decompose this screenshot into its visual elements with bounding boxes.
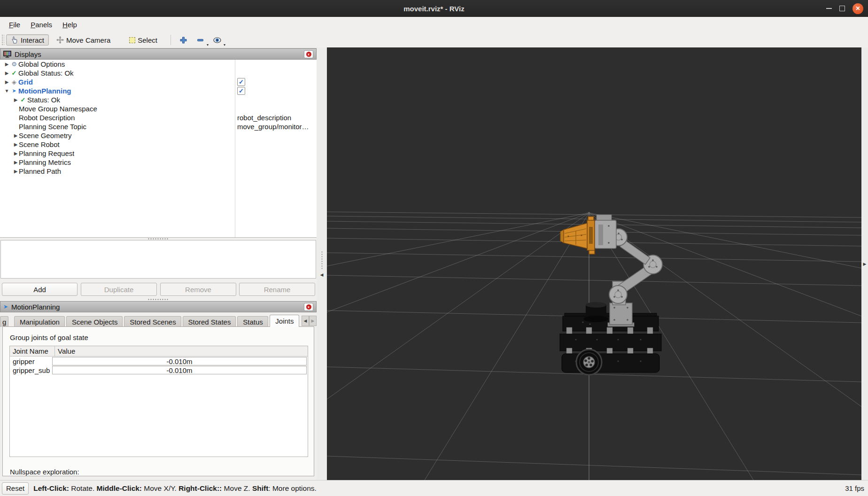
menu-file[interactable]: File <box>5 19 24 31</box>
select-label: Select <box>138 36 157 44</box>
tab-scene-objects[interactable]: Scene Objects <box>66 316 123 327</box>
gear-icon: ⚙ <box>10 61 18 67</box>
tab-planning-cut[interactable]: g <box>0 316 8 327</box>
expand-arrow-icon[interactable]: ▼ <box>4 88 10 93</box>
duplicate-button[interactable]: Duplicate <box>81 283 157 296</box>
3d-viewport[interactable] <box>327 47 861 480</box>
interact-tool-button[interactable]: Interact <box>6 34 49 46</box>
dropdown-arrow-icon[interactable]: ▾ <box>207 43 209 47</box>
expand-arrow-icon[interactable]: ▶ <box>13 97 19 102</box>
hand-pointer-icon <box>11 36 18 44</box>
expand-arrow-icon[interactable]: ▶ <box>13 151 19 156</box>
horizontal-splitter[interactable] <box>0 298 317 301</box>
grid-enabled-checkbox[interactable]: ✓ <box>237 78 245 86</box>
joints-tab-pane: Group joints of goal state Joint Name Va… <box>2 326 314 476</box>
menu-panels[interactable]: Panels <box>26 19 56 31</box>
gripper-sub-value-field[interactable]: -0.010m <box>52 366 307 374</box>
tab-joints[interactable]: Joints <box>270 315 299 327</box>
column-joint-name[interactable]: Joint Name <box>10 346 55 356</box>
expand-arrow-icon[interactable]: ▶ <box>4 70 10 76</box>
panel-splitter-gutter[interactable]: ◀ <box>317 47 327 480</box>
tree-row-planning-scene-topic[interactable]: Planning Scene Topic move_group/monitor… <box>0 122 316 131</box>
title-bar[interactable]: moveit.rviz* - RViz ✕ <box>0 0 868 17</box>
tab-scroll-right-icon[interactable]: ▶ <box>309 316 317 326</box>
gripper-value-field[interactable]: -0.010m <box>52 357 307 365</box>
tab-manipulation[interactable]: Manipulation <box>14 316 65 327</box>
minus-icon <box>197 37 204 44</box>
motionplanning-tabs: g Manipulation Scene Objects Stored Scen… <box>0 315 317 327</box>
toolbar-separator <box>170 35 171 45</box>
tree-row-planned-path[interactable]: ▶ Planned Path <box>0 167 316 176</box>
plus-icon <box>180 37 187 44</box>
expand-arrow-icon[interactable]: ▶ <box>4 79 10 85</box>
right-panel-gutter[interactable]: ▶ <box>861 47 868 480</box>
displays-tree[interactable]: ▶ ⚙ Global Options ▶ ✓ Global Status: Ok… <box>0 60 317 238</box>
robot-gripper <box>560 217 595 254</box>
zoom-out-button[interactable]: ▾ <box>194 34 208 46</box>
nullspace-exploration-label: Nullspace exploration: <box>10 468 79 476</box>
eye-icon <box>213 37 221 43</box>
table-row-gripper[interactable]: gripper -0.010m <box>10 357 308 365</box>
tree-row-global-status[interactable]: ▶ ✓ Global Status: Ok <box>0 69 316 78</box>
move-camera-label: Move Camera <box>66 36 110 44</box>
select-tool-button[interactable]: Select <box>124 34 162 46</box>
displays-panel-title: Displays <box>15 50 41 58</box>
minimize-icon[interactable] <box>826 8 832 9</box>
window-title: moveit.rviz* - RViz <box>403 5 465 13</box>
toolbar: Interact Move Camera Select ▾ <box>0 32 868 48</box>
joints-table: Joint Name Value gripper -0.010m gripper… <box>9 346 308 457</box>
group-joints-label: Group joints of goal state <box>10 333 88 341</box>
check-icon: ✓ <box>10 70 18 76</box>
tree-row-scene-geometry[interactable]: ▶ Scene Geometry <box>0 131 316 140</box>
reset-button[interactable]: Reset <box>2 482 29 495</box>
collapse-left-icon[interactable]: ◀ <box>320 272 324 277</box>
table-row-gripper-sub[interactable]: gripper_sub -0.010m <box>10 366 308 374</box>
move-camera-tool-button[interactable]: Move Camera <box>52 34 115 46</box>
dropdown-arrow-icon[interactable]: ▾ <box>224 43 225 47</box>
robot-description-value[interactable]: robot_description <box>237 114 314 122</box>
add-button[interactable]: Add <box>2 283 78 296</box>
displays-close-button[interactable]: x <box>304 50 313 58</box>
rename-button[interactable]: Rename <box>239 283 315 296</box>
tab-stored-scenes[interactable]: Stored Scenes <box>124 316 181 327</box>
tree-row-grid[interactable]: ▶ ◈ Grid ✓ <box>0 78 316 86</box>
motionplanning-icon: ➤ <box>10 88 18 94</box>
tab-stored-states[interactable]: Stored States <box>183 316 236 327</box>
focus-camera-button[interactable]: ▾ <box>210 34 225 46</box>
motionplanning-panel-title: MotionPlanning <box>11 303 60 311</box>
robot-wheel <box>576 349 602 375</box>
tree-row-robot-description[interactable]: Robot Description robot_description <box>0 113 316 122</box>
tree-row-status-ok[interactable]: ▶ ✓ Status: Ok <box>0 95 316 104</box>
tree-row-planning-request[interactable]: ▶ Planning Request <box>0 149 316 158</box>
zoom-in-button[interactable] <box>177 34 191 46</box>
tree-row-planning-metrics[interactable]: ▶ Planning Metrics <box>0 158 316 167</box>
tab-scroll-left-icon[interactable]: ◀ <box>302 316 309 326</box>
fps-counter: 31 fps <box>845 484 864 492</box>
planning-scene-topic-value[interactable]: move_group/monitor… <box>237 123 314 131</box>
maximize-icon[interactable] <box>839 6 845 11</box>
motionplanning-close-button[interactable]: x <box>304 303 313 311</box>
motionplanning-panel-header[interactable]: ➤ MotionPlanning x <box>0 301 317 312</box>
tree-row-scene-robot[interactable]: ▶ Scene Robot <box>0 140 316 149</box>
motionplanning-enabled-checkbox[interactable]: ✓ <box>237 87 245 95</box>
splitter-handle[interactable] <box>321 251 323 270</box>
rviz-window: moveit.rviz* - RViz ✕ File Panels Help I… <box>0 0 868 496</box>
tree-row-motionplanning[interactable]: ▼ ➤ MotionPlanning ✓ <box>0 86 316 95</box>
expand-arrow-icon[interactable]: ▶ <box>4 62 10 67</box>
joints-table-header[interactable]: Joint Name Value <box>10 346 308 356</box>
remove-button[interactable]: Remove <box>160 283 236 296</box>
tree-row-move-group-namespace[interactable]: Move Group Namespace <box>0 104 316 113</box>
menu-bar: File Panels Help <box>0 17 868 32</box>
displays-panel-header[interactable]: Displays x <box>0 48 317 60</box>
expand-arrow-icon[interactable]: ▶ <box>13 133 19 138</box>
expand-arrow-icon[interactable]: ▶ <box>13 169 19 174</box>
column-value[interactable]: Value <box>55 346 308 356</box>
tree-row-global-options[interactable]: ▶ ⚙ Global Options <box>0 60 316 69</box>
collapse-right-icon[interactable]: ▶ <box>863 262 867 266</box>
expand-arrow-icon[interactable]: ▶ <box>13 160 19 165</box>
expand-arrow-icon[interactable]: ▶ <box>13 142 19 147</box>
close-icon[interactable]: ✕ <box>852 3 863 14</box>
toolbar-grip[interactable] <box>1 34 4 46</box>
tab-status[interactable]: Status <box>237 316 268 327</box>
menu-help[interactable]: Help <box>58 19 81 31</box>
